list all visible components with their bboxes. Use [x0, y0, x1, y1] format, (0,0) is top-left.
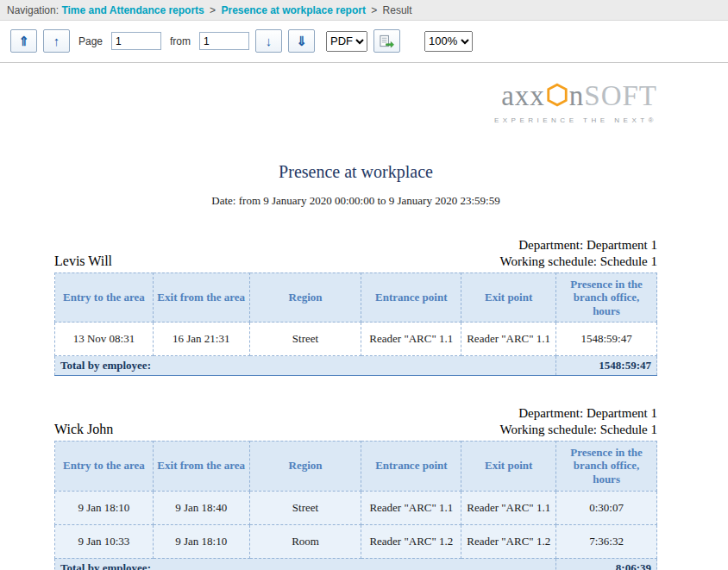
col-header-entry: Entry to the area	[55, 272, 154, 323]
report-title: Presence at workplace	[54, 162, 657, 182]
last-page-button[interactable]: ⇓	[288, 29, 315, 53]
logo-text-soft: SOFT	[584, 80, 657, 111]
department-line: Department: Department 1	[500, 237, 658, 254]
from-label: from	[170, 35, 191, 47]
hexagon-o-icon	[546, 83, 568, 112]
export-button[interactable]	[373, 29, 400, 53]
employee-section: Levis Will Department: Department 1 Work…	[54, 237, 657, 376]
first-page-button[interactable]: ⇑	[10, 29, 37, 53]
cell-presence: 0:30:07	[556, 491, 657, 524]
prev-page-icon: ↑	[53, 34, 60, 48]
col-header-region: Region	[249, 272, 361, 323]
cell-region: Street	[249, 323, 361, 356]
cell-region: Street	[249, 491, 361, 524]
col-header-exit-point: Exit point	[461, 441, 556, 491]
cell-exit: 9 Jan 18:40	[153, 491, 249, 524]
department-line: Department: Department 1	[500, 405, 658, 422]
cell-exit-point: Reader "ARC" 1.1	[461, 323, 556, 356]
total-pages-input[interactable]	[199, 32, 249, 50]
breadcrumb-link-time-attendance[interactable]: Time and Attendance reports	[61, 4, 204, 16]
logo-text-n: n	[569, 80, 585, 111]
zoom-select[interactable]: 100%	[424, 31, 473, 52]
schedule-line: Working schedule: Schedule 1	[500, 422, 658, 438]
total-value: 8:06:39	[556, 558, 657, 570]
col-header-exit: Exit from the area	[153, 272, 249, 323]
table-row: 9 Jan 18:10 9 Jan 18:40 Street Reader "A…	[55, 491, 657, 524]
table-header-row: Entry to the area Exit from the area Reg…	[55, 272, 657, 323]
col-header-presence: Presence in the branch office, hours	[556, 272, 657, 323]
axxonsoft-logo: axxnSOFT EXPERIENCE THE NEXT®	[54, 82, 657, 124]
cell-region: Room	[249, 524, 361, 558]
breadcrumb-current: Result	[383, 4, 412, 16]
export-icon	[380, 34, 394, 48]
logo-tagline: EXPERIENCE THE NEXT®	[54, 117, 657, 124]
breadcrumb-label: Navigation:	[7, 4, 59, 16]
col-header-exit: Exit from the area	[153, 441, 249, 491]
report-toolbar: ⇑ ↑ Page from ↓ ⇓ PDF 100%	[0, 21, 728, 63]
col-header-entrance-point: Entrance point	[361, 441, 461, 491]
cell-entry: 9 Jan 18:10	[55, 491, 154, 524]
table-row: 13 Nov 08:31 16 Jan 21:31 Street Reader …	[55, 323, 657, 356]
logo-text-axx: axx	[501, 80, 545, 111]
employee-section: Wick John Department: Department 1 Worki…	[54, 405, 657, 570]
cell-presence: 1548:59:47	[556, 323, 657, 356]
report-date-range: Date: from 9 January 2020 00:00:00 to 9 …	[54, 194, 657, 208]
cell-entrance-point: Reader "ARC" 1.1	[361, 491, 461, 524]
export-format-select[interactable]: PDF	[326, 31, 367, 52]
cell-entrance-point: Reader "ARC" 1.1	[361, 323, 461, 356]
total-value: 1548:59:47	[556, 356, 657, 376]
col-header-region: Region	[249, 441, 361, 491]
cell-entry: 9 Jan 10:33	[55, 524, 154, 558]
schedule-line: Working schedule: Schedule 1	[500, 254, 658, 270]
employee-name: Wick John	[54, 422, 113, 438]
cell-exit-point: Reader "ARC" 1.1	[461, 491, 556, 524]
employee-name: Levis Will	[54, 254, 112, 270]
total-row: Total by employee: 8:06:39	[55, 558, 657, 570]
next-page-icon: ↓	[266, 34, 273, 48]
cell-entrance-point: Reader "ARC" 1.2	[361, 524, 461, 558]
cell-presence: 7:36:32	[556, 524, 657, 558]
table-row: 9 Jan 10:33 9 Jan 18:10 Room Reader "ARC…	[55, 524, 657, 558]
col-header-entry: Entry to the area	[55, 441, 154, 491]
presence-table: Entry to the area Exit from the area Reg…	[54, 441, 657, 570]
first-page-icon: ⇑	[18, 34, 29, 49]
cell-exit-point: Reader "ARC" 1.2	[461, 524, 556, 558]
cell-exit: 9 Jan 18:10	[153, 524, 249, 558]
page-label: Page	[78, 35, 103, 47]
total-label: Total by employee:	[55, 356, 556, 376]
col-header-presence: Presence in the branch office, hours	[556, 441, 657, 491]
cell-entry: 13 Nov 08:31	[55, 323, 154, 356]
col-header-entrance-point: Entrance point	[361, 272, 461, 323]
prev-page-button[interactable]: ↑	[43, 29, 70, 53]
col-header-exit-point: Exit point	[461, 272, 556, 323]
next-page-button[interactable]: ↓	[255, 29, 282, 53]
last-page-icon: ⇓	[296, 34, 307, 49]
breadcrumb-separator: >	[210, 4, 216, 16]
breadcrumb-separator: >	[371, 4, 377, 16]
total-row: Total by employee: 1548:59:47	[55, 356, 657, 376]
breadcrumb: Navigation: Time and Attendance reports …	[0, 0, 728, 21]
table-header-row: Entry to the area Exit from the area Reg…	[55, 441, 657, 491]
presence-table: Entry to the area Exit from the area Reg…	[54, 272, 657, 377]
breadcrumb-link-presence-report[interactable]: Presence at workplace report	[221, 4, 365, 16]
report-page: axxnSOFT EXPERIENCE THE NEXT® Presence a…	[0, 82, 728, 570]
total-label: Total by employee:	[55, 558, 556, 570]
cell-exit: 16 Jan 21:31	[153, 323, 249, 356]
page-input[interactable]	[111, 32, 161, 50]
